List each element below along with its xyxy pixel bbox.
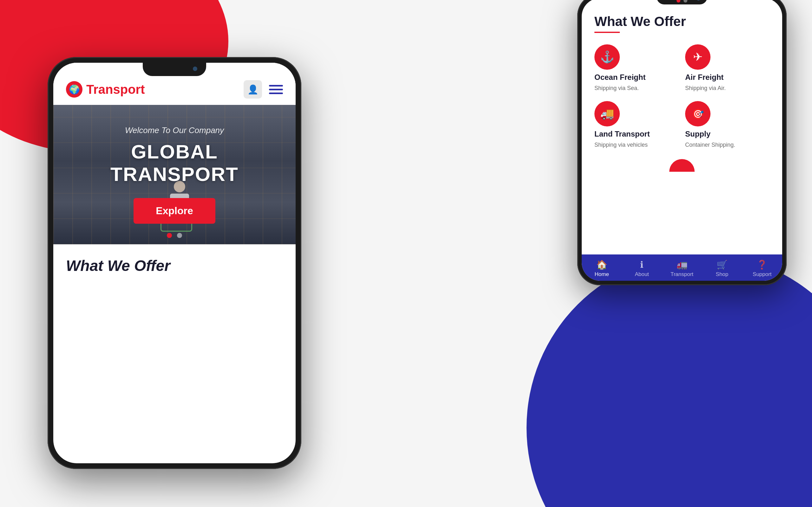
service-supply: 🎯 Supply Container Shipping. (685, 101, 769, 148)
offer-title-left: What We Offer (66, 257, 283, 274)
nav-item-shop[interactable]: 🛒 Shop (702, 260, 742, 278)
menu-bar-2 (269, 89, 283, 90)
indicator-dot-2[interactable] (683, 0, 687, 3)
service-air-freight: ✈ Air Freight Shipping via Air. (685, 44, 769, 92)
explore-button[interactable]: Explore (134, 198, 215, 224)
supply-icon: 🎯 (685, 101, 711, 126)
right-phone-content: What We Offer ⚓ Ocean Freight Shipping v… (582, 0, 782, 255)
nav-label-home: Home (595, 271, 609, 278)
front-camera (193, 66, 197, 71)
header-icons: 👤 (244, 80, 283, 99)
app-logo: 🌍 Transport (66, 81, 145, 98)
service-land-transport: 🚚 Land Transport Shipping via vehicles (595, 101, 679, 148)
hero-title: GLOBAL TRANSPORT (66, 140, 283, 185)
phone-notch-left (143, 63, 206, 76)
carousel-dot-2[interactable] (177, 233, 182, 238)
supply-name: Supply (685, 130, 711, 138)
hero-content: Welcome To Our Company GLOBAL TRANSPORT … (53, 125, 296, 224)
services-grid: ⚓ Ocean Freight Shipping via Sea. ✈ Air … (595, 44, 769, 148)
phone-left: 🌍 Transport 👤 (48, 57, 301, 469)
phone-frame-left: 🌍 Transport 👤 (48, 57, 301, 469)
about-icon: ℹ (640, 260, 644, 270)
land-transport-name: Land Transport (595, 130, 650, 138)
app-name: Transport (86, 82, 145, 97)
support-icon: ❓ (757, 260, 768, 270)
nav-label-support: Support (753, 271, 772, 278)
nav-item-support[interactable]: ❓ Support (742, 260, 782, 278)
land-transport-icon: 🚚 (595, 101, 620, 126)
carousel-indicator-top (676, 0, 687, 3)
service-ocean-freight: ⚓ Ocean Freight Shipping via Sea. (595, 44, 679, 92)
transport-icon: 🚛 (676, 260, 688, 270)
menu-bar-1 (269, 85, 283, 87)
phone-right: What We Offer ⚓ Ocean Freight Shipping v… (577, 0, 786, 285)
bottom-nav: 🏠 Home ℹ About 🚛 Transport 🛒 Shop (582, 255, 782, 281)
user-icon[interactable]: 👤 (244, 80, 262, 99)
menu-icon[interactable] (269, 85, 283, 94)
phone-screen-right: What We Offer ⚓ Ocean Freight Shipping v… (582, 0, 782, 281)
front-camera-right (697, 0, 700, 1)
offer-section-left: What We Offer (53, 244, 296, 281)
indicator-dot-1[interactable] (676, 0, 680, 3)
globe-icon: 🌍 (66, 81, 83, 98)
carousel-dot-1[interactable] (167, 233, 172, 238)
ocean-freight-name: Ocean Freight (595, 73, 646, 82)
phone-frame-right: What We Offer ⚓ Ocean Freight Shipping v… (577, 0, 786, 285)
phones-container: 🌍 Transport 👤 (0, 0, 812, 507)
home-icon: 🏠 (596, 260, 607, 270)
air-freight-desc: Shipping via Air. (685, 85, 726, 92)
nav-label-shop: Shop (716, 271, 728, 278)
air-freight-name: Air Freight (685, 73, 723, 82)
air-freight-icon: ✈ (685, 44, 711, 70)
title-underline (595, 32, 620, 33)
hero-section: Welcome To Our Company GLOBAL TRANSPORT … (53, 105, 296, 244)
ocean-freight-icon: ⚓ (595, 44, 620, 70)
carousel-dots (167, 233, 182, 238)
what-we-offer-title: What We Offer (595, 14, 769, 29)
nav-item-transport[interactable]: 🚛 Transport (662, 260, 702, 278)
partial-service-circle (669, 159, 695, 172)
menu-bar-3 (269, 93, 283, 94)
land-transport-desc: Shipping via vehicles (595, 142, 648, 148)
ocean-freight-desc: Shipping via Sea. (595, 85, 639, 92)
hero-subtitle: Welcome To Our Company (66, 125, 283, 135)
phone-screen-left: 🌍 Transport 👤 (53, 63, 296, 463)
nav-item-about[interactable]: ℹ About (622, 260, 662, 278)
nav-label-transport: Transport (670, 271, 693, 278)
shop-icon: 🛒 (716, 260, 728, 270)
supply-desc: Container Shipping. (685, 142, 735, 148)
nav-label-about: About (635, 271, 649, 278)
nav-item-home[interactable]: 🏠 Home (582, 260, 622, 278)
